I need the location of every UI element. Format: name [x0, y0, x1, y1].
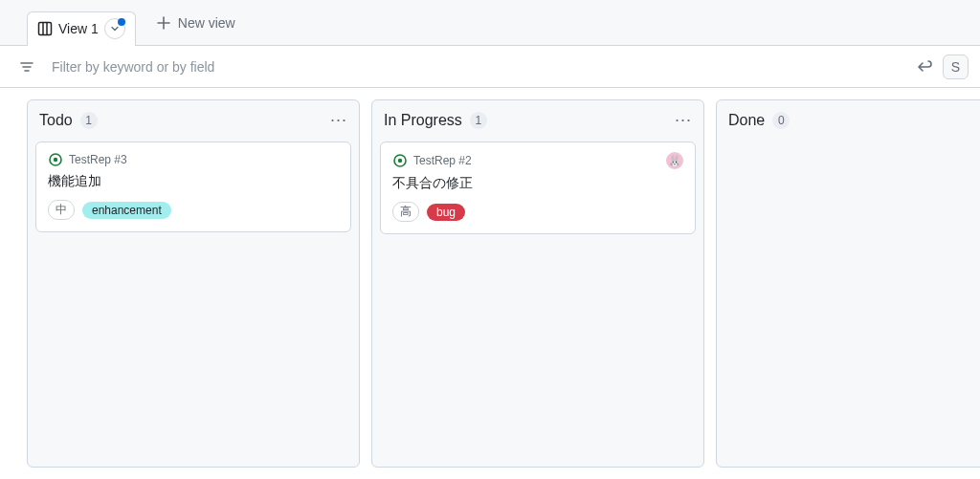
column-header: Todo1···: [28, 100, 359, 138]
column-todo: Todo1···TestRep #3機能追加中enhancement: [27, 99, 360, 468]
column-count: 0: [772, 112, 790, 129]
new-view-label: New view: [178, 15, 235, 31]
card[interactable]: TestRep #3機能追加中enhancement: [35, 142, 351, 232]
unsaved-dot-icon: [118, 18, 125, 26]
card-labels: 中enhancement: [48, 200, 339, 220]
tab-label: View 1: [58, 21, 99, 36]
revert-icon[interactable]: [916, 58, 933, 76]
column-title: Todo: [39, 112, 73, 129]
card-labels: 高bug: [392, 202, 683, 222]
column-title: Done: [728, 112, 765, 129]
views-tabbar: View 1 New view: [0, 0, 980, 46]
board-icon: [37, 21, 53, 36]
svg-point-6: [398, 159, 402, 163]
board: Todo1···TestRep #3機能追加中enhancementIn Pro…: [0, 88, 980, 479]
column-done: Done0···: [716, 99, 980, 468]
avatar: 🐰: [666, 152, 683, 169]
label-chip: enhancement: [82, 202, 171, 219]
tab-dropdown-chip[interactable]: [104, 18, 125, 39]
filter-icon[interactable]: [19, 59, 34, 75]
column-count: 1: [80, 112, 98, 129]
card-title: 不具合の修正: [392, 175, 683, 192]
card[interactable]: TestRep #2🐰不具合の修正高bug: [380, 142, 696, 234]
card-head: TestRep #2🐰: [392, 152, 683, 169]
card-repo-ref: TestRep #2: [413, 154, 472, 167]
save-button[interactable]: S: [943, 54, 969, 79]
card-title: 機能追加: [48, 173, 339, 190]
column-header: Done0···: [717, 100, 980, 138]
card-head: TestRep #3: [48, 152, 339, 167]
filter-actions: S: [916, 54, 969, 79]
column-title: In Progress: [384, 112, 462, 129]
plus-icon: [157, 16, 170, 30]
column-body: TestRep #2🐰不具合の修正高bug: [372, 138, 703, 467]
column-count: 1: [470, 112, 487, 129]
svg-point-4: [54, 158, 57, 162]
caret-down-icon: [111, 25, 119, 33]
column-menu-button[interactable]: ···: [675, 110, 692, 130]
svg-rect-0: [39, 23, 52, 35]
column-inprogress: In Progress1···TestRep #2🐰不具合の修正高bug: [371, 99, 704, 468]
column-body: [717, 138, 980, 467]
column-header: In Progress1···: [372, 100, 703, 138]
tab-view1[interactable]: View 1: [27, 11, 136, 46]
open-issue-icon: [48, 152, 63, 167]
filter-bar: S: [0, 46, 980, 88]
open-issue-icon: [392, 153, 408, 168]
card-repo-ref: TestRep #3: [69, 153, 127, 166]
column-body: TestRep #3機能追加中enhancement: [28, 138, 359, 467]
filter-input[interactable]: [50, 58, 901, 76]
priority-chip: 中: [48, 200, 75, 220]
priority-chip: 高: [392, 202, 419, 222]
column-menu-button[interactable]: ···: [330, 110, 347, 130]
new-view-button[interactable]: New view: [157, 15, 235, 31]
label-chip: bug: [427, 204, 465, 221]
